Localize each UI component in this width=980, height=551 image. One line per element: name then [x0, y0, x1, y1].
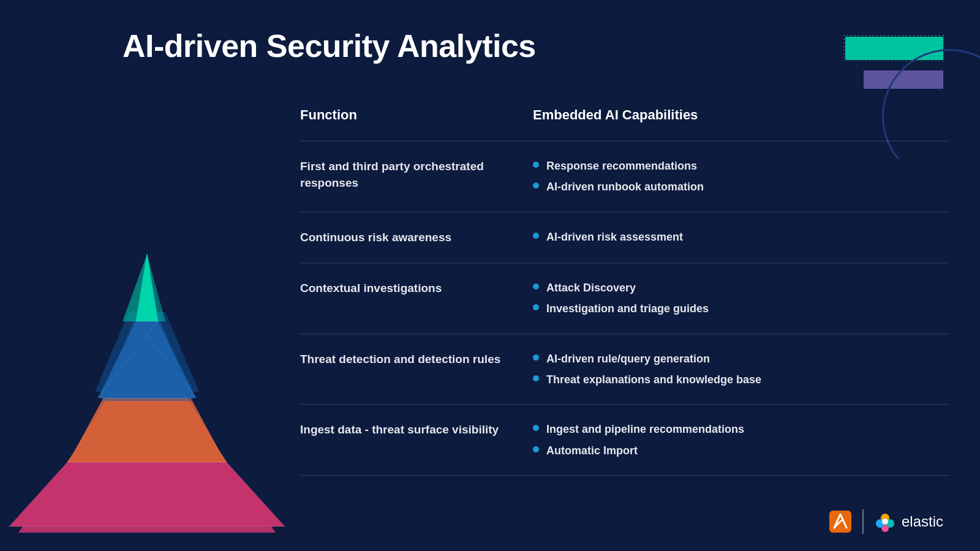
- ai-item-text: Attack Discovery: [546, 280, 636, 295]
- ai-item: AI-driven risk assessment: [533, 230, 949, 244]
- svg-marker-6: [67, 395, 227, 462]
- ai-item: Investigation and triage guides: [533, 301, 949, 316]
- ai-item-text: AI-driven rule/query generation: [546, 351, 710, 366]
- ai-cell: Attack Discovery Investigation and triag…: [533, 280, 949, 317]
- ai-item-text: AI-driven risk assessment: [546, 230, 683, 244]
- function-cell: Continuous risk awareness: [300, 230, 533, 246]
- ai-item-text: Investigation and triage guides: [546, 301, 709, 316]
- ai-item: Attack Discovery: [533, 280, 949, 295]
- function-text: Continuous risk awareness: [300, 231, 451, 244]
- ai-cell: Ingest and pipeline recommendations Auto…: [533, 422, 949, 458]
- bullet-icon: [533, 375, 539, 381]
- elastic-logo: elastic: [873, 510, 943, 533]
- content-table: First and third party orchestrated respo…: [300, 141, 949, 476]
- ai-cell: AI-driven rule/query generation Threat e…: [533, 351, 949, 388]
- table-row: Contextual investigations Attack Discove…: [300, 263, 949, 334]
- ai-cell: AI-driven risk assessment: [533, 230, 949, 244]
- ai-item: Response recommendations: [533, 159, 949, 173]
- ai-item: Threat explanations and knowledge base: [533, 372, 949, 387]
- ai-item: Automatic Import: [533, 443, 949, 458]
- bullet-icon: [533, 446, 539, 452]
- function-cell: Ingest data - threat surface visibility: [300, 422, 533, 438]
- bullet-icon: [533, 162, 539, 168]
- ai-item: Ingest and pipeline recommendations: [533, 422, 949, 437]
- ai-item-text: Threat explanations and knowledge base: [546, 372, 761, 387]
- corner-decoration: [796, 0, 980, 159]
- table-row: Ingest data - threat surface visibility …: [300, 404, 949, 476]
- ai-item-text: AI-driven runbook automation: [546, 179, 704, 194]
- ai-item: AI-driven runbook automation: [533, 179, 949, 194]
- ai-cell: Response recommendations AI-driven runbo…: [533, 159, 949, 195]
- bullet-icon: [533, 182, 539, 189]
- bullet-icon: [533, 425, 539, 431]
- svg-marker-5: [9, 462, 285, 527]
- elastic-flower-icon: [873, 510, 897, 533]
- ai-capabilities-header: Embedded AI Capabilities: [533, 107, 949, 123]
- function-text: Threat detection and detection rules: [300, 353, 500, 365]
- bullet-icon: [533, 304, 539, 310]
- bullet-icon: [533, 283, 539, 290]
- pyramid-graphic: [0, 73, 294, 551]
- bullet-icon: [533, 354, 539, 361]
- ai-item-text: Automatic Import: [546, 443, 638, 458]
- elastic-text: elastic: [902, 513, 943, 530]
- ai-item: AI-driven rule/query generation: [533, 351, 949, 366]
- function-header: Function: [300, 107, 533, 123]
- logo-divider: [862, 509, 864, 534]
- function-text: Ingest data - threat surface visibility: [300, 423, 499, 436]
- ai-item-text: Response recommendations: [546, 159, 697, 173]
- bullet-icon: [533, 233, 539, 239]
- table-row: First and third party orchestrated respo…: [300, 141, 949, 212]
- svg-point-23: [882, 519, 888, 525]
- table-row: Threat detection and detection rules AI-…: [300, 334, 949, 405]
- column-headers: Function Embedded AI Capabilities: [300, 107, 949, 123]
- function-cell: Threat detection and detection rules: [300, 351, 533, 368]
- function-text: First and third party orchestrated respo…: [300, 160, 484, 189]
- ai-item-text: Ingest and pipeline recommendations: [546, 422, 744, 437]
- function-cell: Contextual investigations: [300, 280, 533, 297]
- function-cell: First and third party orchestrated respo…: [300, 159, 533, 191]
- bottom-logos: elastic: [828, 509, 943, 534]
- table-row: Continuous risk awareness AI-driven risk…: [300, 212, 949, 263]
- function-text: Contextual investigations: [300, 282, 442, 294]
- page-title: AI-driven Security Analytics: [123, 28, 536, 64]
- kibana-icon: [828, 509, 853, 534]
